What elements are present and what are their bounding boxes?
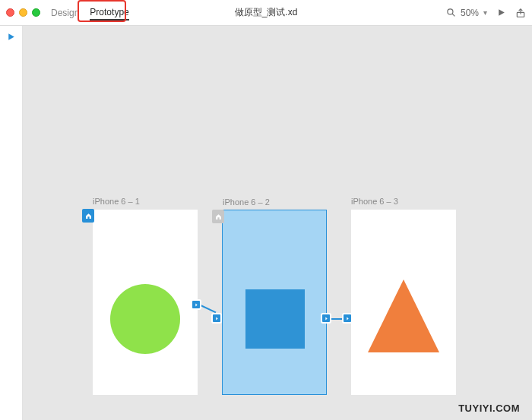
app-toolbar: Design Prototype 做原型_测试.xd 50% ▾: [0, 0, 532, 26]
artboard-label: iPhone 6 – 1: [93, 197, 140, 206]
watermark-text: TUYIYI.COM: [458, 403, 520, 414]
toolbar-right-group: 50% ▾: [446, 8, 526, 18]
search-icon: [446, 8, 456, 17]
prototype-connector-handle[interactable]: [211, 313, 222, 324]
share-button[interactable]: [515, 8, 526, 18]
prototype-connector-handle[interactable]: [191, 299, 201, 310]
artboard-2[interactable]: iPhone 6 – 2: [222, 210, 327, 395]
circle-shape[interactable]: [110, 284, 180, 354]
triangle-shape[interactable]: [368, 279, 439, 352]
prototype-connector-handle[interactable]: [342, 313, 353, 324]
document-title: 做原型_测试.xd: [235, 6, 298, 19]
maximize-window-button[interactable]: [32, 8, 40, 17]
artboard-1[interactable]: iPhone 6 – 1: [93, 210, 198, 395]
artboard-label: iPhone 6 – 3: [351, 197, 398, 206]
select-tool-button[interactable]: [6, 32, 16, 42]
chevron-down-icon: ▾: [483, 8, 487, 17]
tab-prototype[interactable]: Prototype: [90, 5, 128, 21]
zoom-control[interactable]: 50% ▾: [446, 8, 487, 18]
minimize-window-button[interactable]: [19, 8, 27, 17]
mode-tabs: Design Prototype: [51, 5, 129, 21]
zoom-value: 50%: [461, 8, 479, 18]
artboard-3[interactable]: iPhone 6 – 3: [351, 210, 456, 395]
home-artboard-badge[interactable]: [82, 209, 94, 223]
left-tool-rail: [0, 26, 23, 420]
tab-design[interactable]: Design: [51, 6, 79, 20]
home-artboard-badge-inactive[interactable]: [212, 210, 224, 223]
svg-line-1: [452, 14, 454, 16]
play-preview-button[interactable]: [496, 8, 506, 17]
artboard-label: iPhone 6 – 2: [223, 197, 270, 207]
window-controls: [6, 8, 40, 17]
content-area: iPhone 6 – 1 iPhone 6 – 2 iPhone 6 – 3: [0, 26, 532, 420]
canvas[interactable]: iPhone 6 – 1 iPhone 6 – 2 iPhone 6 – 3: [23, 26, 532, 420]
close-window-button[interactable]: [6, 8, 14, 17]
svg-point-0: [448, 9, 453, 14]
prototype-connector-handle[interactable]: [321, 313, 331, 324]
square-shape[interactable]: [245, 289, 305, 349]
prototype-wire: [201, 305, 217, 313]
